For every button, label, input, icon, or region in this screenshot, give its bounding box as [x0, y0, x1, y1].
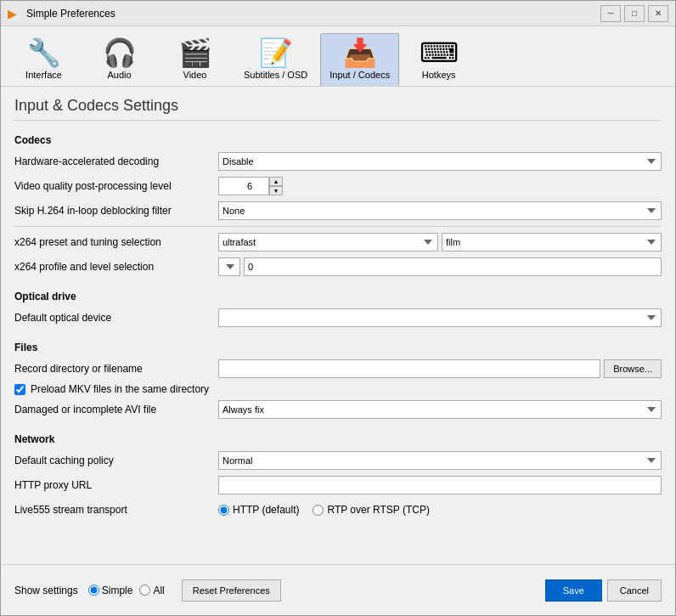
- tab-video[interactable]: 🎬 Video: [159, 33, 231, 86]
- http-proxy-input[interactable]: [218, 476, 662, 494]
- optical-section: Optical drive Default optical device: [14, 287, 662, 328]
- title-bar: ▶ Simple Preferences ─ □ ✕: [1, 1, 675, 26]
- tab-audio[interactable]: 🎧 Audio: [83, 33, 155, 86]
- hw-decoding-row: Hardware-accelerated decoding Disable Au…: [14, 151, 662, 172]
- x264-tuning-select[interactable]: film animation grain stillimage psnr ssi…: [442, 233, 662, 251]
- video-quality-label: Video quality post-processing level: [14, 180, 218, 192]
- x264-level-input[interactable]: [244, 257, 662, 276]
- radio-rtsp-input[interactable]: [313, 505, 324, 516]
- tab-bar: 🔧 Interface 🎧 Audio 🎬 Video 📝 Subtitles …: [1, 26, 675, 87]
- record-control: Browse...: [218, 359, 662, 378]
- x264-preset-row: x264 preset and tuning selection ultrafa…: [14, 232, 662, 252]
- optical-device-row: Default optical device: [14, 308, 662, 328]
- window-title: Simple Preferences: [26, 8, 600, 20]
- radio-rtsp-label: RTP over RTSP (TCP): [327, 504, 429, 516]
- skip-h264-row: Skip H.264 in-loop deblocking filter Non…: [14, 201, 662, 221]
- x264-preset-dual: ultrafast superfast veryfast faster fast…: [218, 233, 662, 251]
- app-icon: ▶: [8, 7, 21, 20]
- codecs-title: Codecs: [14, 131, 662, 146]
- http-proxy-label: HTTP proxy URL: [14, 479, 218, 491]
- browse-button[interactable]: Browse...: [604, 359, 662, 378]
- caching-select[interactable]: Normal Lowest latency Low latency High l…: [218, 451, 662, 470]
- files-title: Files: [14, 338, 662, 353]
- preload-mkv-row: Preload MKV files in the same directory: [14, 383, 662, 395]
- optical-device-label: Default optical device: [14, 312, 218, 324]
- all-label: All: [153, 585, 164, 596]
- x264-profile-select[interactable]: baseline main high high10 high422 high44…: [218, 257, 240, 276]
- codecs-section: Codecs Hardware-accelerated decoding Dis…: [14, 131, 662, 277]
- files-section: Files Record directory or filename Brows…: [14, 338, 662, 420]
- radio-http: HTTP (default): [218, 504, 299, 516]
- radio-http-input[interactable]: [218, 505, 229, 516]
- http-proxy-control: [218, 476, 662, 494]
- x264-profile-control: baseline main high high10 high422 high44…: [218, 257, 662, 276]
- radio-rtsp: RTP over RTSP (TCP): [313, 504, 429, 516]
- browse-row: Browse...: [218, 359, 662, 378]
- simple-label: Simple: [102, 585, 133, 596]
- caching-label: Default caching policy: [14, 455, 218, 466]
- show-settings: Show settings Simple All Reset Preferenc…: [14, 579, 281, 602]
- tab-subtitles[interactable]: 📝 Subtitles / OSD: [234, 33, 317, 86]
- preload-mkv-label: Preload MKV files in the same directory: [31, 383, 209, 395]
- hw-decoding-label: Hardware-accelerated decoding: [14, 155, 218, 167]
- content-area: Input & Codecs Settings Codecs Hardware-…: [1, 87, 675, 564]
- tab-input[interactable]: 📥 Input / Codecs: [320, 33, 399, 86]
- skip-h264-control: None Non-reference frames Bi-directional…: [218, 201, 662, 220]
- tab-input-label: Input / Codecs: [330, 70, 390, 80]
- input-icon: 📥: [343, 39, 377, 66]
- optical-device-control: [218, 308, 662, 327]
- hotkeys-icon: ⌨: [420, 39, 459, 66]
- damaged-avi-label: Damaged or incomplete AVI file: [14, 404, 218, 415]
- preload-mkv-checkbox[interactable]: [14, 384, 25, 395]
- video-icon: 🎬: [178, 39, 212, 66]
- reset-preferences-button[interactable]: Reset Preferences: [182, 579, 281, 602]
- all-radio-item: All: [139, 585, 164, 596]
- spinner-down[interactable]: ▼: [269, 186, 283, 195]
- tab-interface[interactable]: 🔧 Interface: [8, 33, 80, 86]
- skip-h264-select[interactable]: None Non-reference frames Bi-directional…: [218, 201, 662, 220]
- live555-radio-group: HTTP (default) RTP over RTSP (TCP): [218, 504, 662, 516]
- network-section: Network Default caching policy Normal Lo…: [14, 430, 662, 520]
- all-radio[interactable]: [139, 585, 150, 596]
- optical-device-select[interactable]: [218, 308, 662, 327]
- x264-preset-select[interactable]: ultrafast superfast veryfast faster fast…: [218, 233, 438, 251]
- skip-h264-label: Skip H.264 in-loop deblocking filter: [14, 205, 218, 217]
- footer-right: Save Cancel: [545, 579, 662, 602]
- network-title: Network: [14, 430, 662, 445]
- page-title: Input & Codecs Settings: [14, 97, 662, 121]
- x264-preset-label: x264 preset and tuning selection: [14, 236, 218, 248]
- live555-control: HTTP (default) RTP over RTSP (TCP): [218, 504, 662, 516]
- hw-decoding-select[interactable]: Disable Automatic DirectX Video Accelera…: [218, 152, 662, 171]
- record-row: Record directory or filename Browse...: [14, 359, 662, 379]
- window-controls: ─ □ ✕: [600, 5, 668, 22]
- tab-video-label: Video: [183, 70, 207, 80]
- save-button[interactable]: Save: [545, 579, 602, 602]
- x264-preset-control: ultrafast superfast veryfast faster fast…: [218, 233, 662, 251]
- tab-hotkeys-label: Hotkeys: [422, 70, 456, 80]
- tab-hotkeys[interactable]: ⌨ Hotkeys: [403, 33, 475, 86]
- video-quality-control: ▲ ▼: [218, 177, 662, 195]
- close-button[interactable]: ✕: [648, 5, 668, 22]
- hw-decoding-control: Disable Automatic DirectX Video Accelera…: [218, 152, 662, 171]
- x264-profile-label: x264 profile and level selection: [14, 261, 218, 273]
- video-quality-input[interactable]: [218, 177, 269, 195]
- live555-label: Live555 stream transport: [14, 504, 218, 516]
- footer: Show settings Simple All Reset Preferenc…: [1, 564, 675, 615]
- http-proxy-row: HTTP proxy URL: [14, 475, 662, 495]
- record-input[interactable]: [218, 359, 600, 378]
- damaged-avi-select[interactable]: Always fix Ask Never fix: [218, 400, 662, 419]
- maximize-button[interactable]: □: [624, 5, 645, 22]
- x264-profile-dual: baseline main high high10 high422 high44…: [218, 257, 662, 276]
- record-label: Record directory or filename: [14, 363, 218, 375]
- cancel-button[interactable]: Cancel: [607, 579, 662, 602]
- caching-control: Normal Lowest latency Low latency High l…: [218, 451, 662, 470]
- tab-audio-label: Audio: [107, 70, 131, 80]
- divider-1: [14, 226, 662, 227]
- damaged-avi-row: Damaged or incomplete AVI file Always fi…: [14, 399, 662, 420]
- simple-radio[interactable]: [88, 585, 99, 596]
- spinner-buttons: ▲ ▼: [269, 177, 283, 195]
- show-settings-label: Show settings: [14, 585, 78, 596]
- minimize-button[interactable]: ─: [600, 5, 621, 22]
- audio-icon: 🎧: [103, 39, 137, 66]
- spinner-up[interactable]: ▲: [269, 177, 283, 186]
